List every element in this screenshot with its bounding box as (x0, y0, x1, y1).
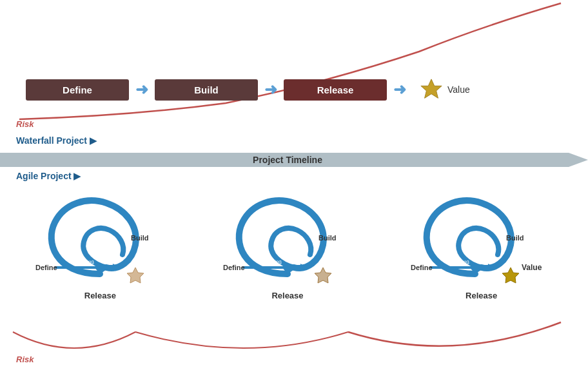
arrow-build-release: ➜ (264, 81, 277, 99)
svg-text:Define: Define (411, 264, 433, 271)
waterfall-section: Define ➜ Build ➜ Release ➜ Value Risk (0, 0, 588, 135)
arrow-define-build: ➜ (135, 81, 148, 99)
svg-text:Define: Define (35, 264, 57, 271)
svg-text:Planning: Planning (261, 258, 282, 266)
timeline-label: Project Timeline (253, 155, 322, 165)
waterfall-arrow-icon: ▶ (90, 135, 97, 146)
svg-text:Planning: Planning (74, 258, 95, 266)
timeline-section: Waterfall Project ▶ Project Timeline (0, 135, 588, 171)
agile-cycle-2: Planning Build Define Release (223, 190, 352, 316)
cycle2-svg: Planning Build Define (223, 190, 352, 293)
cycle3-svg: Planning Build Define Value (411, 190, 553, 293)
svg-text:Build: Build (131, 234, 149, 242)
star-value-group: Value (419, 77, 470, 102)
risk-curve-top (0, 0, 588, 129)
svg-marker-12 (315, 268, 331, 283)
agile-arrow-icon: ▶ (74, 171, 81, 181)
svg-text:Planning: Planning (449, 258, 469, 266)
agile-section: Agile Project ▶ Planning (0, 171, 588, 370)
cycle1-svg: Planning Build Define (35, 190, 164, 293)
value-star-icon (419, 77, 444, 102)
agile-risk-label: Risk (16, 355, 34, 364)
svg-marker-0 (421, 79, 442, 98)
svg-text:Build: Build (506, 234, 524, 242)
svg-text:Define: Define (223, 264, 245, 271)
svg-text:Value: Value (522, 263, 542, 272)
svg-marker-5 (127, 268, 144, 283)
agile-risk-curve (0, 319, 588, 370)
waterfall-risk-label: Risk (16, 119, 34, 129)
value-label: Value (447, 84, 470, 95)
arrow-release-value: ➜ (393, 81, 406, 99)
agile-project-label: Agile Project ▶ (16, 171, 81, 181)
build-box: Build (155, 79, 258, 101)
agile-cycle-3: Planning Build Define Value Release (411, 190, 553, 316)
svg-marker-19 (502, 268, 519, 283)
timeline-arrow-container: Project Timeline (0, 150, 588, 170)
waterfall-project-label: Waterfall Project ▶ (16, 135, 97, 146)
waterfall-boxes: Define ➜ Build ➜ Release ➜ Value (26, 77, 470, 102)
svg-text:Build: Build (318, 234, 337, 242)
release-box: Release (284, 79, 387, 101)
define-box: Define (26, 79, 129, 101)
agile-cycle-1: Planning Build Define Release (35, 190, 164, 316)
timeline-arrow-body: Project Timeline (0, 153, 588, 167)
